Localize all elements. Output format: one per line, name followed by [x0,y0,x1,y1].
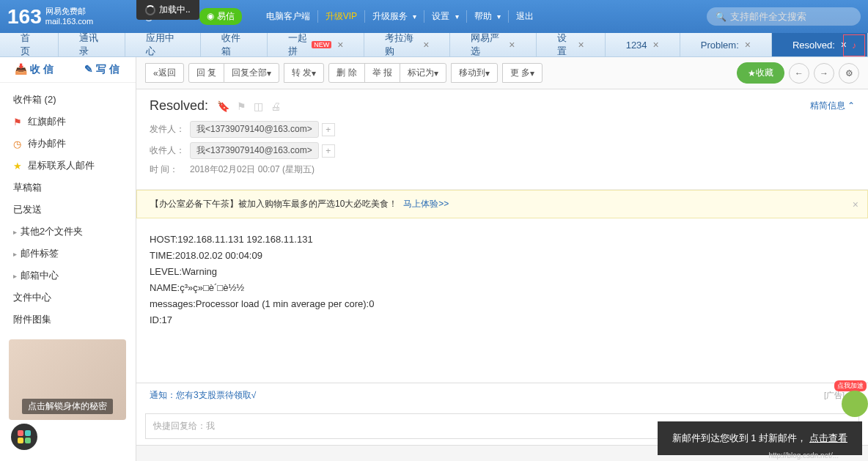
sidebar-item[interactable]: ▸其他2个文件夹 [0,221,136,243]
tab-close[interactable]: × [745,39,751,51]
next-mail-button[interactable]: → [814,63,834,84]
mail-body-line: HOST:192.168.11.131 192.168.11.131 [150,232,855,248]
search-icon: 🔍 [716,12,727,22]
reply-button[interactable]: 回 复 [188,63,224,83]
search-box[interactable]: 🔍 [707,7,861,26]
tab-Problem:[interactable]: Problem:× [680,33,772,56]
sidebar-ad[interactable]: 点击解锁身体的秘密 [9,339,126,420]
back-button[interactable]: « 返回 [145,63,184,83]
tab-考拉海购[interactable]: 考拉海购× [364,33,450,56]
time-label: 时 间： [150,163,190,176]
toast-view-link[interactable]: 点击查看 [809,432,847,445]
from-label: 发件人： [150,123,190,136]
promo-close[interactable]: × [853,199,858,210]
mail-subject: Resolved: [150,98,208,114]
ad-label: [广告] [824,390,845,401]
logo[interactable]: 163 网易免费邮 mail.163.com [7,5,93,29]
tab-通讯录[interactable]: 通讯录 [59,33,125,56]
tab-close[interactable]: × [337,39,343,51]
mark-button[interactable]: 标记为 ▾ [400,63,446,83]
mail-body: HOST:192.168.11.131 192.168.11.131TIME:2… [136,218,868,383]
nav-help[interactable]: 帮助 ▾ [466,10,508,23]
nav-desktop-client[interactable]: 电脑客户端 [259,10,317,23]
tab-1234[interactable]: 1234× [606,33,680,56]
sidebar-item[interactable]: 附件图集 [0,309,136,331]
delete-button[interactable]: 删 除 [328,63,364,83]
sidebar-item[interactable]: ▸邮箱中心 [0,265,136,287]
new-mail-toast: 新邮件到达您收到 1 封新邮件， 点击查看 [658,421,862,455]
sidebar-item[interactable]: 文件中心 [0,287,136,309]
tab-bar: 首页通讯录应用中心收件箱一起拼NEW×考拉海购×网易严选×设置×1234×Pro… [0,33,868,57]
more-button[interactable]: 更 多 ▾ [502,63,542,83]
promo-text: 【办公室必备下午茶】被加入购物车最多的严选10大必吃美食！ [150,198,397,210]
tab-首页[interactable]: 首页 [0,33,59,56]
yixin-button[interactable]: ◉ 易信 [199,8,241,25]
from-address[interactable]: 我<13739079140@163.com> [190,121,319,138]
print-icon[interactable]: 🖨 [271,100,281,112]
to-address[interactable]: 我<13739079140@163.com> [190,142,319,159]
sidebar: 📥 收 信 ✎ 写 信 收件箱 (2)⚑红旗邮件◷待办邮件★星标联系人邮件草稿箱… [0,57,136,461]
tab-一起拼[interactable]: 一起拼NEW× [268,33,364,56]
tab-应用中心[interactable]: 应用中心 [125,33,201,56]
sidebar-item[interactable]: ★星标联系人邮件 [0,155,136,177]
flag-icon[interactable]: ⚑ [237,100,246,112]
to-label: 收件人： [150,144,190,157]
mail-body-line: LEVEL:Warning [150,264,855,280]
mail-header: Resolved: 🔖 ⚑ ◫ 🖨 精简信息 ⌃ 发件人： 我<13739079… [136,89,868,190]
chat-badge[interactable]: 点我加速 [834,380,867,391]
reply-all-button[interactable]: 回复全部 ▾ [224,63,279,83]
tab-close[interactable]: × [509,39,515,51]
settings-gear-button[interactable]: ⚙ [839,63,859,84]
sidebar-item[interactable]: 草稿箱 [0,177,136,199]
collect-button[interactable]: ★ 收藏 [737,62,784,84]
bookmark-icon[interactable]: 🔖 [217,100,229,112]
forward-button[interactable]: 转 发 ▾ [284,63,324,83]
mail-body-line: NAME:ç³»ç»□è´□è½½ [150,280,855,296]
promo-banner: 【办公室必备下午茶】被加入购物车最多的严选10大必吃美食！ 马上体验>> × [136,190,868,218]
receive-button[interactable]: 📥 收 信 [0,63,68,76]
promo-link[interactable]: 马上体验>> [403,198,449,210]
notice-link[interactable]: 您有3支股票待领取√ [176,389,256,402]
tab-网易严选[interactable]: 网易严选× [450,33,536,56]
chat-icon[interactable] [842,391,868,417]
tab-设置[interactable]: 设置× [537,33,606,56]
nav-upgrade-service[interactable]: 升级服务 ▾ [364,10,424,23]
sidebar-item[interactable]: 收件箱 (2) [0,89,136,111]
mail-body-line: messages:Processor load (1 min average p… [150,296,855,312]
tab-close[interactable]: × [423,39,429,51]
tab-close[interactable]: × [653,39,659,51]
simplify-info[interactable]: 精简信息 ⌃ [810,100,855,112]
mail-body-line: TIME:2018.02.02 00:04:09 [150,248,855,264]
nav-settings[interactable]: 设置 ▾ [424,10,466,23]
move-button[interactable]: 移动到 ▾ [451,63,498,83]
new-window-icon[interactable]: ◫ [254,100,263,112]
prev-mail-button[interactable]: ← [789,63,809,84]
nav-upgrade-vip[interactable]: 升级VIP [317,10,364,23]
tab-收件箱[interactable]: 收件箱 [201,33,268,56]
sidebar-item[interactable]: ⚑红旗邮件 [0,111,136,133]
add-to-contact[interactable]: + [322,144,335,158]
music-icon[interactable]: ♪ [843,34,865,56]
loading-indicator: 加载中.. [136,0,199,20]
mail-time: 2018年02月02日 00:07 (星期五) [190,163,315,176]
top-nav: 电脑客户端 升级VIP 升级服务 ▾ 设置 ▾ 帮助 ▾ 退出 [259,10,541,23]
report-button[interactable]: 举 报 [364,63,400,83]
mail-body-line: ID:17 [150,312,855,328]
sidebar-item[interactable]: 已发送 [0,199,136,221]
tab-close[interactable]: × [578,39,584,51]
sidebar-item[interactable]: ▸邮件标签 [0,243,136,265]
compose-button[interactable]: ✎ 写 信 [68,63,136,76]
apps-launcher[interactable] [11,424,37,450]
search-input[interactable] [730,11,852,22]
toolbar: « 返回 回 复 回复全部 ▾ 转 发 ▾ 删 除 举 报 标记为 ▾ 移动到 … [136,57,868,89]
add-from-contact[interactable]: + [322,123,335,136]
notice-bar: 通知： 您有3支股票待领取√ [广告] [136,383,868,407]
nav-logout[interactable]: 退出 [508,10,541,23]
sidebar-item[interactable]: ◷待办邮件 [0,133,136,155]
watermark: http://blog.csdn.net/... [768,451,839,460]
